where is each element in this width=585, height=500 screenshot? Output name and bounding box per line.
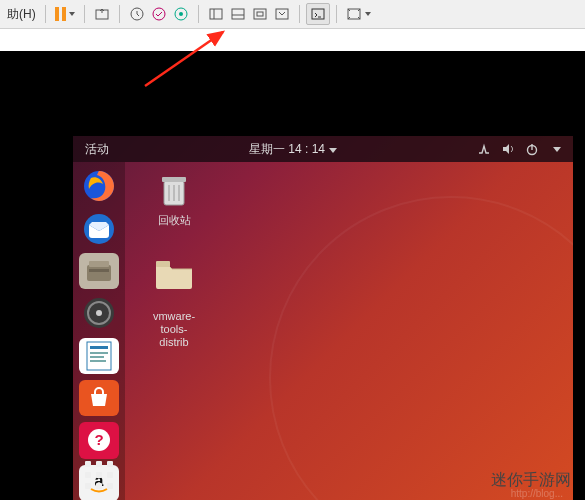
sidebar-view-button[interactable] — [205, 4, 227, 24]
thumbnail-view-icon — [230, 6, 246, 22]
clock-label[interactable]: 星期一 14 : 14 — [249, 141, 337, 158]
dot-icon — [96, 472, 102, 478]
svg-rect-19 — [87, 265, 111, 281]
svg-rect-35 — [162, 177, 186, 182]
volume-icon — [501, 142, 515, 156]
console-view-button[interactable] — [306, 3, 330, 25]
separator — [45, 5, 46, 23]
svg-rect-27 — [90, 352, 108, 354]
svg-point-4 — [179, 12, 183, 16]
dot-icon — [85, 483, 91, 489]
watermark-text: 迷你手游网 — [491, 470, 571, 491]
stretch-icon — [346, 6, 362, 22]
svg-text:?: ? — [94, 431, 103, 448]
fullscreen-view-icon — [252, 6, 268, 22]
svg-rect-11 — [276, 9, 288, 19]
revert-snapshot-icon — [151, 6, 167, 22]
pause-vm-button[interactable] — [52, 4, 78, 24]
take-snapshot-button[interactable] — [126, 4, 148, 24]
dot-icon — [85, 472, 91, 478]
help-menu[interactable]: 助(H) — [4, 4, 39, 24]
rhythmbox-icon — [81, 295, 117, 331]
host-gap — [0, 29, 585, 51]
dock-libreoffice-writer[interactable] — [79, 338, 119, 374]
svg-rect-28 — [90, 356, 104, 358]
separator — [84, 5, 85, 23]
svg-rect-26 — [90, 346, 108, 349]
svg-rect-9 — [254, 9, 266, 19]
vm-display-area: 活动 星期一 14 : 14 — [0, 51, 585, 500]
trash-icon — [150, 170, 198, 210]
clock-snapshot-icon — [129, 6, 145, 22]
ubuntu-desktop[interactable]: 活动 星期一 14 : 14 — [73, 136, 573, 500]
firefox-icon — [81, 168, 117, 204]
manage-snapshot-icon — [173, 6, 189, 22]
trash-label: 回收站 — [143, 214, 205, 227]
separator — [336, 5, 337, 23]
separator — [299, 5, 300, 23]
send-ctrl-alt-del-button[interactable] — [91, 4, 113, 24]
manage-snapshot-button[interactable] — [170, 4, 192, 24]
chevron-down-icon — [69, 12, 75, 16]
ubuntu-dock: ? a — [73, 162, 125, 500]
dock-ubuntu-software[interactable] — [79, 380, 119, 416]
svg-rect-5 — [210, 9, 222, 19]
svg-rect-20 — [89, 261, 109, 267]
desktop-area[interactable]: 回收站 vmware- tools- distrib — [125, 162, 573, 500]
clock-text: 星期一 14 : 14 — [249, 142, 325, 156]
separator — [198, 5, 199, 23]
ubuntu-software-icon — [87, 386, 111, 410]
power-icon — [525, 142, 539, 156]
dot-icon — [96, 461, 102, 467]
chevron-down-icon — [365, 12, 371, 16]
help-icon: ? — [87, 428, 111, 452]
svg-rect-29 — [90, 360, 106, 362]
dot-icon — [107, 472, 113, 478]
stretch-guest-button[interactable] — [343, 4, 374, 24]
folder-icon — [150, 253, 198, 293]
dot-icon — [96, 483, 102, 489]
unity-view-icon — [274, 6, 290, 22]
files-icon — [85, 259, 113, 283]
gnome-topbar: 活动 星期一 14 : 14 — [73, 136, 573, 162]
svg-rect-39 — [156, 261, 170, 267]
dot-icon — [85, 461, 91, 467]
fullscreen-view-button[interactable] — [249, 4, 271, 24]
vmware-folder-label: vmware- tools- distrib — [143, 310, 205, 349]
dot-icon — [107, 483, 113, 489]
svg-point-24 — [96, 310, 102, 316]
svg-rect-7 — [232, 9, 244, 19]
dock-help[interactable]: ? — [79, 422, 119, 458]
activities-button[interactable]: 活动 — [85, 141, 109, 158]
libreoffice-writer-icon — [85, 340, 113, 372]
desktop-trash[interactable]: 回收站 — [143, 170, 205, 227]
thumbnail-view-button[interactable] — [227, 4, 249, 24]
dock-files[interactable] — [79, 253, 119, 289]
chevron-down-icon — [329, 148, 337, 153]
svg-rect-21 — [89, 269, 109, 272]
sidebar-view-icon — [208, 6, 224, 22]
dock-show-apps[interactable] — [79, 455, 119, 495]
revert-snapshot-button[interactable] — [148, 4, 170, 24]
dock-thunderbird[interactable] — [79, 210, 119, 246]
desktop-vmware-folder[interactable]: vmware- tools- distrib — [143, 240, 205, 362]
svg-rect-10 — [257, 12, 263, 16]
export-icon — [94, 6, 110, 22]
console-icon — [310, 6, 326, 22]
dock-rhythmbox[interactable] — [79, 295, 119, 331]
network-icon — [477, 142, 491, 156]
thunderbird-icon — [81, 211, 117, 247]
chevron-down-icon — [553, 147, 561, 152]
host-toolbar: 助(H) — [0, 0, 585, 29]
unity-view-button[interactable] — [271, 4, 293, 24]
svg-point-2 — [153, 8, 165, 20]
status-area[interactable] — [477, 142, 561, 156]
dock-firefox[interactable] — [79, 168, 119, 204]
separator — [119, 5, 120, 23]
pause-icon — [55, 7, 66, 21]
dot-icon — [107, 461, 113, 467]
